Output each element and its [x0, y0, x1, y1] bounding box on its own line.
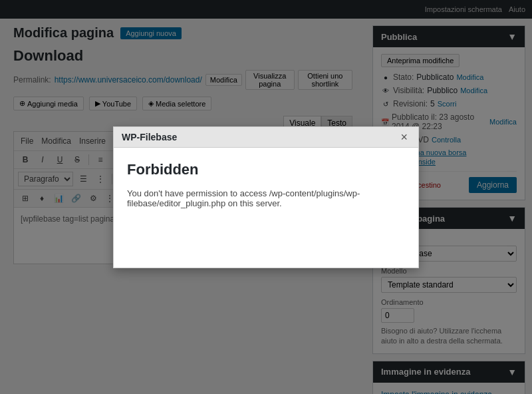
modal-body: Forbidden You don't have permission to a… [114, 148, 418, 268]
modal-overlay[interactable]: WP-Filebase × Forbidden You don't have p… [0, 0, 532, 394]
modal-heading: Forbidden [127, 161, 405, 178]
modal-dialog: WP-Filebase × Forbidden You don't have p… [113, 126, 419, 268]
modal-title: WP-Filebase [122, 132, 177, 142]
modal-close-button[interactable]: × [398, 131, 410, 143]
modal-header: WP-Filebase × [114, 127, 418, 148]
modal-message: You don't have permission to access /wp-… [127, 188, 405, 208]
